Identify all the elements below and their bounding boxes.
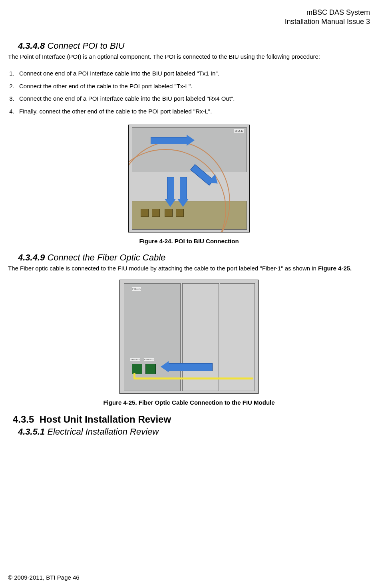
step-4: Finally, connect the other end of the ca… [16,105,370,118]
copyright-text: © 2009-2011, BTI Page [8,574,73,581]
fiber1-label: FIBER-1 [130,358,140,361]
section-title: Connect the Fiber Optic Cable [45,252,165,262]
figure-4-25: FIU-S FIBER-1 FIBER-2 [8,280,370,395]
section-435-heading: 4.3.5 Host Unit Installation Review [13,414,370,425]
figure-4-24-image: BIU-D [128,125,250,232]
figure-4-24: BIU-D [8,125,370,234]
section-4348-intro: The Point of Interface (POI) is an optio… [8,53,370,61]
section-4348-steps: Connect one end of a POI interface cable… [8,67,370,117]
section-number: 4.3.5 [13,414,34,425]
biu-label: BIU-D [234,129,244,133]
intro-text: The Fiber optic cable is connected to th… [8,265,318,272]
fiber2-label: FIBER-2 [144,358,154,361]
step-2: Connect the other end of the cable to th… [16,80,370,93]
section-title: Host Unit Installation Review [40,414,171,425]
section-4349-intro: The Fiber optic cable is connected to th… [8,264,370,272]
section-4349-heading: 4.3.4.9 Connect the Fiber Optic Cable [18,252,370,263]
page-footer: © 2009-2011, BTI Page 46 [8,574,80,581]
section-title: Electrical Installation Review [45,427,159,437]
figure-4-25-caption: Figure 4-25. Fiber Optic Cable Connectio… [8,399,370,406]
page-number: 46 [73,574,80,581]
step-3: Connect the one end of a POI interface c… [16,92,370,105]
intro-figure-ref: Figure 4-25. [318,265,352,272]
step-1: Connect one end of a POI interface cable… [16,67,370,80]
section-number: 4.3.4.8 [18,41,45,51]
document-header: mBSC DAS System Installation Manual Issu… [8,8,370,27]
section-number: 4.3.4.9 [18,252,45,262]
header-line1: mBSC DAS System [8,8,370,17]
figure-4-25-image: FIU-S FIBER-1 FIBER-2 [119,280,259,394]
section-4351-heading: 4.3.5.1 Electrical Installation Review [18,427,370,437]
section-4348-heading: 4.3.4.8 Connect POI to BIU [18,41,370,51]
header-line2: Installation Manual Issue 3 [8,17,370,26]
section-number: 4.3.5.1 [18,427,45,437]
figure-4-24-caption: Figure 4-24. POI to BIU Connection [8,238,370,244]
section-title: Connect POI to BIU [45,41,124,51]
fiu-label: FIU-S [132,287,141,291]
